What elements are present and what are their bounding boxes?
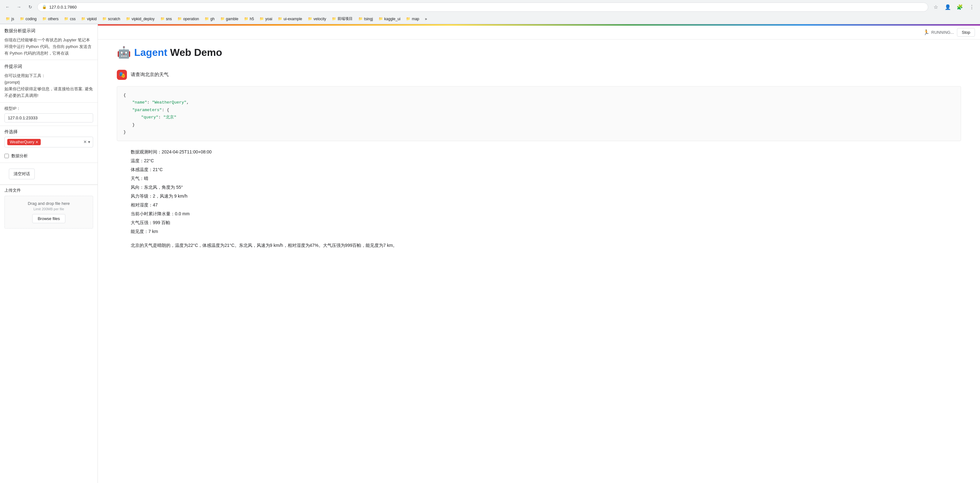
profile-avatar-button[interactable]: 👤 xyxy=(943,2,953,12)
sidebar: 数据分析提示词 你现在已经能够在一个有状态的 Jupyter 笔记本环境中运行 … xyxy=(0,24,98,483)
folder-icon: 📁 xyxy=(244,17,248,21)
upload-limit-text: Limit 200MB per file xyxy=(10,207,88,211)
app-container: 数据分析提示词 你现在已经能够在一个有状态的 Jupyter 笔记本环境中运行 … xyxy=(0,24,980,483)
folder-icon: 📁 xyxy=(64,17,68,21)
folder-icon: 📁 xyxy=(205,17,209,21)
expand-select-icon[interactable]: ▾ xyxy=(88,140,90,144)
running-icon: 🏃 xyxy=(923,29,929,35)
bookmark-scratch[interactable]: 📁 scratch xyxy=(100,16,123,22)
extensions-button[interactable]: 🧩 xyxy=(955,2,965,12)
folder-icon: 📁 xyxy=(177,17,182,21)
bookmark-vipkid[interactable]: 📁 vipkid xyxy=(79,16,99,22)
bookmark-sns[interactable]: 📁 sns xyxy=(158,16,175,22)
observation-time: 数据观测时间：2024-04-25T11:00+08:00 xyxy=(131,148,961,156)
wind-dir: 风向：东北风，角度为 55° xyxy=(131,183,961,192)
precipitation: 当前小时累计降水量：0.0 mm xyxy=(131,209,961,218)
upload-drag-text: Drag and drop file here xyxy=(10,201,88,206)
data-analysis-title: 数据分析提示词 xyxy=(0,24,97,36)
plugin-tag-close-icon[interactable]: × xyxy=(36,140,38,144)
app-title-row: 🤖 Lagent Web Demo xyxy=(117,46,961,62)
bookmark-vipkid-deploy[interactable]: 📁 vipkid_deploy xyxy=(123,16,157,22)
data-analysis-checkbox-label: 数据分析 xyxy=(11,153,28,159)
back-button[interactable]: ← xyxy=(3,3,12,11)
folder-icon: 📁 xyxy=(220,17,225,21)
bookmark-js[interactable]: 📁 js xyxy=(3,16,17,22)
bookmark-tsingj[interactable]: 📁 tsingj xyxy=(356,16,375,22)
bookmark-css[interactable]: 📁 css xyxy=(62,16,78,22)
data-analysis-text: 你现在已经能够在一个有状态的 Jupyter 笔记本环境中运行 Python 代… xyxy=(0,36,97,60)
weather-query-tag[interactable]: WeatherQuery × xyxy=(7,139,41,145)
bookmark-yoai[interactable]: 📁 yoai xyxy=(257,16,275,22)
feels-like: 体感温度：21°C xyxy=(131,165,961,174)
plugin-select-area[interactable]: WeatherQuery × ✕ ▾ xyxy=(5,137,93,148)
folder-icon: 📁 xyxy=(379,17,383,21)
toolbar-icons: ☆ 👤 🧩 ⋮ xyxy=(931,2,977,12)
address-bar[interactable]: 🔒 127.0.0.1:7860 xyxy=(37,3,928,12)
plugin-prompt-title: 件提示词 xyxy=(0,60,97,71)
pressure: 大气压强：999 百帕 xyxy=(131,218,961,227)
folder-icon: 📁 xyxy=(358,17,363,21)
clear-select-icon[interactable]: ✕ xyxy=(83,140,87,144)
folder-icon: 📁 xyxy=(6,17,10,21)
chat-area: 🤖 Lagent Web Demo 🎭 请查询北京的天气 { "name": "… xyxy=(98,40,980,483)
browser-toolbar: ← → ↻ 🔒 127.0.0.1:7860 ☆ 👤 🧩 ⋮ xyxy=(0,0,980,14)
wind-level: 风力等级：2，风速为 9 km/h xyxy=(131,192,961,200)
bookmark-kaggle-ui[interactable]: 📁 kaggle_ui xyxy=(376,16,403,22)
folder-icon: 📁 xyxy=(406,17,410,21)
lock-icon: 🔒 xyxy=(42,5,47,9)
bookmark-gamble[interactable]: 📁 gamble xyxy=(218,16,241,22)
app-title: Lagent Web Demo xyxy=(134,47,222,59)
user-message: 🎭 请查询北京的天气 xyxy=(117,70,961,80)
visibility: 能见度：7 km xyxy=(131,227,961,236)
folder-icon: 📁 xyxy=(126,17,130,21)
app-title-rest: Web Demo xyxy=(167,47,222,58)
folder-icon: 📁 xyxy=(308,17,312,21)
bookmark-more[interactable]: » xyxy=(422,16,430,22)
bookmark-velocity[interactable]: 📁 velocity xyxy=(305,16,329,22)
model-ip-section: 模型IP： xyxy=(0,103,97,126)
bookmark-h5[interactable]: 📁 h5 xyxy=(242,16,256,22)
folder-icon: 📁 xyxy=(81,17,86,21)
folder-icon: 📁 xyxy=(332,17,336,21)
upload-label: 上传文件 xyxy=(5,187,93,193)
main-header: 🏃 RUNNING... Stop xyxy=(98,25,980,40)
bookmark-frontend[interactable]: 📁 前端项目 xyxy=(329,15,355,22)
clear-conversation-button[interactable]: 清空对话 xyxy=(9,168,35,179)
reload-button[interactable]: ↻ xyxy=(26,3,35,11)
address-text: 127.0.0.1:7860 xyxy=(49,5,923,10)
bookmark-gh[interactable]: 📁 gh xyxy=(202,16,217,22)
browse-files-button[interactable]: Browse files xyxy=(32,214,65,223)
folder-icon: 📁 xyxy=(20,17,24,21)
stop-button[interactable]: Stop xyxy=(957,28,975,37)
folder-icon: 📁 xyxy=(102,17,107,21)
bookmark-map[interactable]: 📁 map xyxy=(404,16,422,22)
model-ip-input[interactable] xyxy=(5,113,93,122)
folder-icon: 📁 xyxy=(278,17,282,21)
summary-text: 北京的天气是晴朗的，温度为22°C，体感温度为21°C。东北风，风速为9 km/… xyxy=(117,239,961,252)
model-ip-label: 模型IP： xyxy=(5,106,93,111)
main-content: 🏃 RUNNING... Stop 🤖 Lagent Web Demo 🎭 请查… xyxy=(98,24,980,483)
forward-button[interactable]: → xyxy=(14,3,23,11)
data-analysis-checkbox[interactable] xyxy=(5,154,9,158)
more-options-button[interactable]: ⋮ xyxy=(967,2,977,12)
humidity: 相对湿度：47 xyxy=(131,200,961,209)
temperature: 温度：22°C xyxy=(131,156,961,165)
running-text: RUNNING... xyxy=(931,30,954,35)
upload-zone[interactable]: Drag and drop file here Limit 200MB per … xyxy=(5,196,93,229)
bookmark-star-button[interactable]: ☆ xyxy=(931,2,941,12)
bookmark-coding[interactable]: 📁 coding xyxy=(18,16,39,22)
upload-section: 上传文件 Drag and drop file here Limit 200MB… xyxy=(0,185,97,231)
folder-icon: 📁 xyxy=(42,17,47,21)
weather: 天气：晴 xyxy=(131,174,961,183)
plugin-prompt-text: 你可以使用如下工具： {prompt} 如果你已经获得足够信息，请直接给出答案.… xyxy=(0,71,97,102)
app-title-lagent: Lagent xyxy=(134,47,167,58)
plugin-select-label: 件选择 xyxy=(0,126,97,137)
bookmark-ui-example[interactable]: 📁 ui-example xyxy=(275,16,305,22)
json-code-block: { "name": "WeatherQuery", "parameters": … xyxy=(117,86,961,141)
data-analysis-checkbox-row: 数据分析 xyxy=(0,151,97,163)
bookmark-operation[interactable]: 📁 operation xyxy=(175,16,201,22)
running-badge: 🏃 RUNNING... xyxy=(923,29,954,35)
bookmarks-bar: 📁 js 📁 coding 📁 others 📁 css 📁 vipkid 📁 … xyxy=(0,14,980,24)
bookmark-others[interactable]: 📁 others xyxy=(40,16,61,22)
user-avatar: 🎭 xyxy=(117,70,127,80)
